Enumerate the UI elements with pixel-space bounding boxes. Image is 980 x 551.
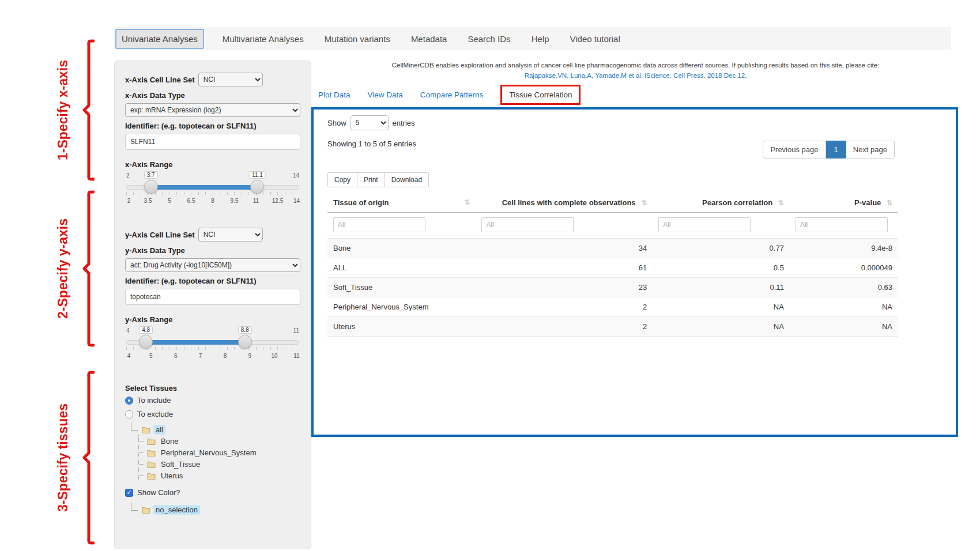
sort-icon[interactable]: ⇅ bbox=[778, 199, 784, 207]
sort-icon[interactable]: ⇅ bbox=[641, 199, 647, 207]
x-grid-label: 9.5 bbox=[231, 198, 239, 204]
next-page-button[interactable]: Next page bbox=[846, 141, 895, 158]
y-range-to-label: 8.8 bbox=[238, 326, 252, 334]
filter-input-cell-lines[interactable] bbox=[481, 217, 574, 232]
tree-node-no-selection[interactable]: no_selection bbox=[131, 504, 300, 515]
previous-page-button[interactable]: Previous page bbox=[763, 141, 826, 158]
show-label: Show bbox=[327, 119, 346, 127]
tab-plot-data[interactable]: Plot Data bbox=[318, 90, 350, 99]
y-range-selected-bar bbox=[146, 340, 245, 345]
table-row[interactable]: Bone 34 0.77 9.4e-8 bbox=[327, 239, 898, 258]
nav-tab-univariate-analyses[interactable]: Univariate Analyses bbox=[115, 29, 204, 49]
table-header-row: Tissue of origin ⇅ Cell lines with compl… bbox=[327, 193, 898, 213]
x-grid-label: 14 bbox=[293, 198, 300, 204]
x-axis-identifier-label: Identifier: (e.g. topotecan or SLFN11) bbox=[125, 122, 300, 130]
y-axis-cell-line-set-select[interactable]: NCI bbox=[198, 228, 263, 241]
y-axis-range-slider[interactable]: 4 11 4.8 8.8 4 5 6 7 8 9 10 11 bbox=[126, 327, 299, 364]
tree-node-soft-tissue[interactable]: Soft_Tissue bbox=[139, 458, 300, 470]
y-range-from-handle[interactable] bbox=[139, 335, 153, 349]
table-row[interactable]: Soft_Tissue 23 0.11 0.63 bbox=[327, 278, 898, 297]
y-axis-identifier-input[interactable] bbox=[125, 289, 300, 305]
nav-tab-search-ids[interactable]: Search IDs bbox=[465, 29, 512, 48]
folder-icon bbox=[147, 449, 156, 456]
x-axis-data-type-label: x-Axis Data Type bbox=[125, 91, 300, 100]
x-grid-label: 5 bbox=[168, 198, 171, 204]
table-row[interactable]: ALL 61 0.5 0.000049 bbox=[327, 258, 898, 278]
x-range-from-label: 3.7 bbox=[144, 171, 158, 179]
x-axis-cell-line-set-select[interactable]: NCI bbox=[198, 73, 263, 86]
page-length-select[interactable]: 5 bbox=[350, 115, 389, 130]
tab-view-data[interactable]: View Data bbox=[368, 90, 403, 99]
tissue-tree-children: Bone Peripheral_Nervous_System Soft_Tiss… bbox=[138, 435, 300, 481]
nav-tab-metadata[interactable]: Metadata bbox=[409, 29, 450, 48]
x-grid-label: 6.5 bbox=[187, 198, 195, 204]
cell-tissue: ALL bbox=[327, 258, 476, 278]
tissue-correlation-highlight-box: Tissue Correlation bbox=[500, 85, 581, 105]
cell-tissue: Bone bbox=[327, 239, 476, 258]
tissues-include-option[interactable]: To include bbox=[125, 396, 300, 405]
show-entries-row: Show 5 entries bbox=[327, 115, 942, 130]
y-grid-label: 7 bbox=[199, 353, 202, 359]
copy-button[interactable]: Copy bbox=[327, 172, 357, 187]
show-color-option[interactable]: ✓ Show Color? bbox=[125, 488, 300, 497]
x-axis-data-type-select[interactable]: exp: mRNA Expression (log2) bbox=[125, 103, 300, 117]
filter-input-p-value[interactable] bbox=[796, 217, 888, 232]
x-range-from-handle[interactable] bbox=[144, 180, 158, 194]
tree-node-label: no_selection bbox=[153, 505, 200, 515]
table-row[interactable]: Peripheral_Nervous_System 2 NA NA bbox=[327, 297, 898, 317]
tab-tissue-correlation[interactable]: Tissue Correlation bbox=[509, 90, 572, 99]
col-header-tissue-of-origin[interactable]: Tissue of origin ⇅ bbox=[327, 193, 476, 213]
tissues-exclude-option[interactable]: To exclude bbox=[125, 410, 300, 418]
page-number-button[interactable]: 1 bbox=[826, 141, 846, 158]
y-axis-data-type-select[interactable]: act: Drug Activity (-log10[IC50M]) bbox=[125, 258, 300, 272]
annotation-step3: 3-Specify tissues bbox=[55, 371, 107, 545]
col-header-p-value[interactable]: P-value ⇅ bbox=[790, 193, 898, 213]
x-range-grid: 2 3.5 5 6.5 8 9.5 11 12.5 14 bbox=[126, 198, 299, 206]
include-radio[interactable] bbox=[125, 397, 133, 405]
download-button[interactable]: Download bbox=[385, 172, 429, 187]
tree-node-all[interactable]: all bbox=[131, 424, 300, 435]
cell-p: 0.000049 bbox=[790, 258, 898, 278]
tree-node-uterus[interactable]: Uterus bbox=[139, 470, 300, 481]
tree-node-bone[interactable]: Bone bbox=[139, 435, 300, 447]
intro-block: CellMinerCDB enables exploration and ana… bbox=[314, 60, 957, 81]
sort-icon[interactable]: ⇅ bbox=[887, 199, 892, 207]
col-header-cell-lines[interactable]: Cell lines with complete observations ⇅ bbox=[476, 193, 653, 213]
include-radio-label: To include bbox=[137, 396, 171, 405]
y-grid-label: 11 bbox=[293, 353, 299, 359]
tree-node-label: all bbox=[153, 425, 165, 435]
y-axis-identifier-label: Identifier: (e.g. topotecan or SLFN11) bbox=[125, 277, 300, 285]
nav-tab-video-tutorial[interactable]: Video tutorial bbox=[567, 29, 622, 48]
cell-tissue: Peripheral_Nervous_System bbox=[327, 297, 476, 317]
brace-step2 bbox=[82, 190, 95, 347]
x-axis-range-slider[interactable]: 2 14 3.7 11.1 2 3.5 5 6.5 8 9.5 11 12.5 … bbox=[126, 172, 299, 209]
cell-p: 0.63 bbox=[790, 278, 898, 297]
col-header-label: Pearson correlation bbox=[702, 198, 772, 207]
show-color-checkbox[interactable]: ✓ bbox=[125, 489, 133, 497]
sort-icon[interactable]: ⇅ bbox=[464, 198, 470, 206]
folder-icon bbox=[147, 461, 156, 468]
tree-node-peripheral-nervous-system[interactable]: Peripheral_Nervous_System bbox=[139, 447, 300, 458]
filter-input-pearson[interactable] bbox=[658, 217, 751, 232]
show-color-label: Show Color? bbox=[137, 488, 180, 497]
table-row[interactable]: Uterus 2 NA NA bbox=[327, 317, 898, 337]
cell-r: 0.11 bbox=[653, 278, 790, 297]
x-axis-identifier-input[interactable] bbox=[125, 134, 300, 150]
nav-tab-multivariate-analyses[interactable]: Multivariate Analyses bbox=[220, 29, 306, 48]
y-range-to-handle[interactable] bbox=[238, 335, 252, 349]
settings-sidebar: x-Axis Cell Line Set NCI x-Axis Data Typ… bbox=[114, 61, 311, 549]
col-header-label: Tissue of origin bbox=[333, 198, 389, 207]
col-header-label: P-value bbox=[854, 198, 881, 207]
y-axis-cell-line-set-label: y-Axis Cell Line Set bbox=[125, 231, 195, 239]
citation-link[interactable]: Rajapakse.VN, Luna.A, Yamade.M et al. iS… bbox=[314, 70, 957, 81]
col-header-pearson-correlation[interactable]: Pearson correlation ⇅ bbox=[653, 193, 790, 213]
filter-input-tissue[interactable] bbox=[333, 217, 425, 232]
x-range-max-label: 14 bbox=[293, 172, 299, 179]
intro-text: CellMinerCDB enables exploration and ana… bbox=[314, 60, 957, 70]
nav-tab-help[interactable]: Help bbox=[529, 29, 552, 48]
y-grid-label: 8 bbox=[224, 353, 227, 359]
print-button[interactable]: Print bbox=[357, 172, 385, 187]
tab-compare-patterns[interactable]: Compare Patterns bbox=[420, 90, 484, 99]
exclude-radio[interactable] bbox=[125, 410, 133, 418]
nav-tab-mutation-variants[interactable]: Mutation variants bbox=[322, 29, 393, 48]
